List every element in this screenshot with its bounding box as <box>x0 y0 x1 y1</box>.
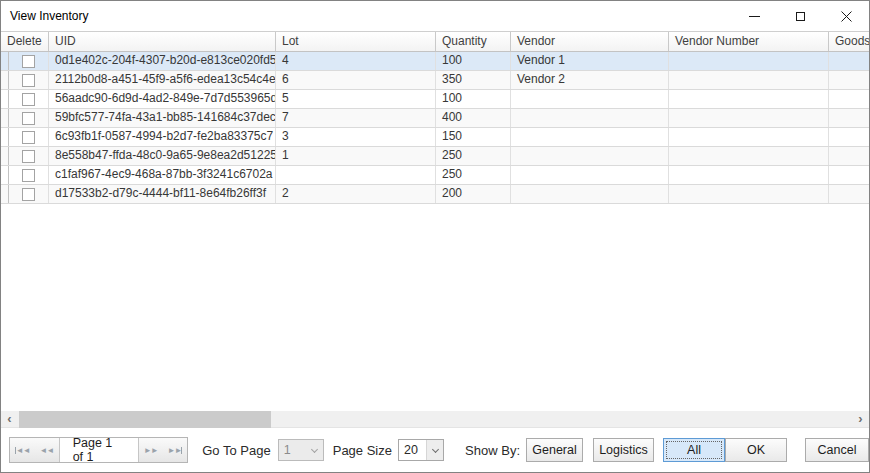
page-size-label: Page Size <box>333 443 392 458</box>
previous-page-button[interactable]: ◄◄ <box>34 438 58 462</box>
cell-vendor: Vendor 2 <box>511 71 669 89</box>
ok-button[interactable]: OK <box>725 438 787 462</box>
cell-uid: 59bfc577-74fa-43a1-bb85-141684c37dec <box>49 109 276 127</box>
cell-quantity: 100 <box>436 90 511 108</box>
next-page-button[interactable]: ►► <box>139 438 163 462</box>
page-size-value: 20 <box>399 440 426 460</box>
cell-vendor_number <box>669 147 829 165</box>
delete-cell <box>9 166 49 184</box>
cell-vendor <box>511 109 669 127</box>
last-page-icon <box>181 447 182 454</box>
cell-uid: 6c93fb1f-0587-4994-b2d7-fe2ba83375c7 <box>49 128 276 146</box>
column-header-goods_receipt[interactable]: Goods R <box>829 32 869 51</box>
cell-vendor <box>511 90 669 108</box>
delete-checkbox[interactable] <box>22 112 35 125</box>
column-header-vendor[interactable]: Vendor <box>511 32 669 51</box>
cell-lot <box>276 166 436 184</box>
go-to-page-select: 1 <box>278 439 324 461</box>
cell-vendor <box>511 185 669 203</box>
row-indicator <box>1 147 9 165</box>
table-row[interactable]: 2112b0d8-a451-45f9-a5f6-edea13c54c4e6350… <box>1 71 869 90</box>
maximize-icon <box>796 12 805 21</box>
table-row[interactable]: c1faf967-4ec9-468a-87bb-3f3241c6702a250 <box>1 166 869 185</box>
cell-uid: 0d1e402c-204f-4307-b20d-e813ce020fd5 <box>49 52 276 70</box>
cell-goods_receipt <box>829 71 869 89</box>
previous-page-icon: ◄◄ <box>40 446 54 455</box>
scrollbar-thumb[interactable] <box>19 411 271 428</box>
cell-goods_receipt <box>829 185 869 203</box>
table-row[interactable]: 59bfc577-74fa-43a1-bb85-141684c37dec7400 <box>1 109 869 128</box>
cell-vendor <box>511 166 669 184</box>
cell-quantity: 350 <box>436 71 511 89</box>
show-by-label: Show By: <box>465 443 520 458</box>
delete-cell <box>9 52 49 70</box>
all-button[interactable]: All <box>663 438 725 462</box>
cell-goods_receipt <box>829 128 869 146</box>
column-header-vendor_number[interactable]: Vendor Number <box>669 32 829 51</box>
minimize-button[interactable] <box>731 1 777 31</box>
go-to-page-value: 1 <box>279 440 306 460</box>
row-indicator <box>1 166 9 184</box>
logistics-button[interactable]: Logistics <box>593 438 654 462</box>
grid-body: 0d1e402c-204f-4307-b20d-e813ce020fd54100… <box>1 52 869 204</box>
next-page-icon: ►► <box>144 446 158 455</box>
table-row[interactable]: 6c93fb1f-0587-4994-b2d7-fe2ba83375c73150 <box>1 128 869 147</box>
cell-quantity: 400 <box>436 109 511 127</box>
first-page-button[interactable]: ◄◄ <box>10 438 34 462</box>
cell-vendor_number <box>669 52 829 70</box>
cell-lot: 3 <box>276 128 436 146</box>
column-header-delete[interactable]: Delete <box>1 32 49 51</box>
cell-vendor_number <box>669 109 829 127</box>
delete-cell <box>9 147 49 165</box>
delete-checkbox[interactable] <box>22 169 35 182</box>
delete-checkbox[interactable] <box>22 93 35 106</box>
cell-lot: 4 <box>276 52 436 70</box>
table-row[interactable]: 8e558b47-ffda-48c0-9a65-9e8ea2d512251250 <box>1 147 869 166</box>
delete-checkbox[interactable] <box>22 74 35 87</box>
cell-goods_receipt <box>829 166 869 184</box>
cell-quantity: 250 <box>436 166 511 184</box>
page-size-select[interactable]: 20 <box>398 439 444 461</box>
grid-empty-area <box>1 204 869 411</box>
cell-uid: 56aadc90-6d9d-4ad2-849e-7d7d553965dd <box>49 90 276 108</box>
table-row[interactable]: d17533b2-d79c-4444-bf11-8e64fb26ff3f2200 <box>1 185 869 204</box>
table-row[interactable]: 0d1e402c-204f-4307-b20d-e813ce020fd54100… <box>1 52 869 71</box>
horizontal-scrollbar[interactable]: ‹ › <box>1 411 869 428</box>
delete-checkbox[interactable] <box>22 55 35 68</box>
chevron-down-icon <box>311 445 318 452</box>
column-header-lot[interactable]: Lot <box>276 32 436 51</box>
cell-lot: 5 <box>276 90 436 108</box>
column-header-uid[interactable]: UID <box>49 32 276 51</box>
delete-checkbox[interactable] <box>22 131 35 144</box>
cell-quantity: 200 <box>436 185 511 203</box>
cell-lot: 6 <box>276 71 436 89</box>
cell-goods_receipt <box>829 109 869 127</box>
row-indicator <box>1 71 9 89</box>
scroll-left-arrow-icon[interactable]: ‹ <box>1 411 18 428</box>
delete-checkbox[interactable] <box>22 188 35 201</box>
page-indicator: Page 1 of 1 <box>59 438 139 462</box>
column-header-quantity[interactable]: Quantity <box>436 32 511 51</box>
view-inventory-window: View Inventory DeleteUIDLotQuantityVendo… <box>0 0 870 473</box>
delete-cell <box>9 185 49 203</box>
maximize-button[interactable] <box>777 1 823 31</box>
cell-quantity: 100 <box>436 52 511 70</box>
cell-lot: 2 <box>276 185 436 203</box>
cell-vendor: Vendor 1 <box>511 52 669 70</box>
cell-vendor_number <box>669 90 829 108</box>
cell-quantity: 150 <box>436 128 511 146</box>
scroll-right-arrow-icon[interactable]: › <box>852 411 869 428</box>
pager: ◄◄ ◄◄ Page 1 of 1 ►► ►► <box>9 437 188 463</box>
delete-checkbox[interactable] <box>22 150 35 163</box>
row-indicator <box>1 52 9 70</box>
close-button[interactable] <box>823 1 869 31</box>
cell-goods_receipt <box>829 52 869 70</box>
delete-cell <box>9 71 49 89</box>
table-row[interactable]: 56aadc90-6d9d-4ad2-849e-7d7d553965dd5100 <box>1 90 869 109</box>
cancel-button[interactable]: Cancel <box>805 438 869 462</box>
cell-vendor <box>511 128 669 146</box>
general-button[interactable]: General <box>526 438 583 462</box>
last-page-button[interactable]: ►► <box>163 438 187 462</box>
cell-goods_receipt <box>829 90 869 108</box>
close-icon <box>841 11 852 22</box>
